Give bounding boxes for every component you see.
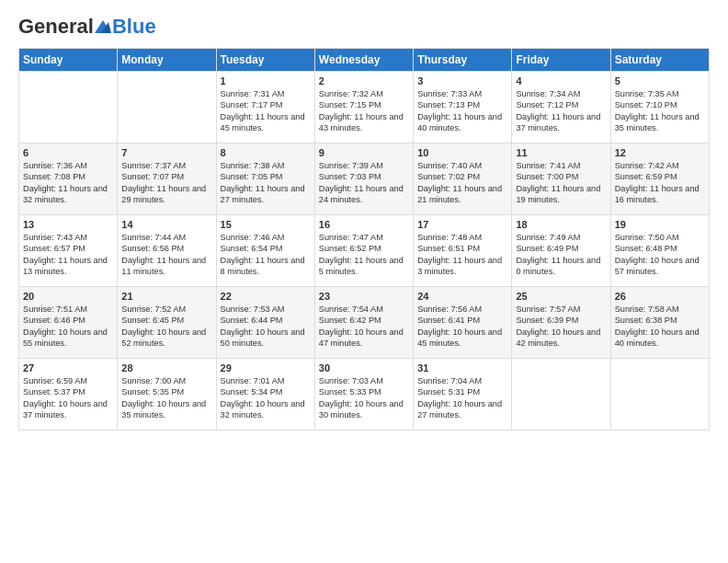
day-cell: 20Sunrise: 7:51 AMSunset: 6:46 PMDayligh… bbox=[19, 287, 118, 359]
day-info: Sunrise: 7:36 AMSunset: 7:08 PMDaylight:… bbox=[23, 160, 113, 206]
day-cell: 25Sunrise: 7:57 AMSunset: 6:39 PMDayligh… bbox=[512, 287, 610, 359]
day-number: 20 bbox=[23, 291, 113, 302]
day-cell bbox=[610, 359, 709, 431]
day-cell: 1Sunrise: 7:31 AMSunset: 7:17 PMDaylight… bbox=[216, 72, 314, 144]
day-cell bbox=[19, 72, 118, 144]
day-info: Sunrise: 7:04 AMSunset: 5:31 PMDaylight:… bbox=[417, 375, 507, 421]
day-info: Sunrise: 7:57 AMSunset: 6:39 PMDaylight:… bbox=[516, 304, 606, 350]
day-cell: 23Sunrise: 7:54 AMSunset: 6:42 PMDayligh… bbox=[314, 287, 413, 359]
day-info: Sunrise: 7:01 AMSunset: 5:34 PMDaylight:… bbox=[221, 375, 311, 421]
day-cell: 4Sunrise: 7:34 AMSunset: 7:12 PMDaylight… bbox=[512, 72, 610, 144]
day-cell: 6Sunrise: 7:36 AMSunset: 7:08 PMDaylight… bbox=[19, 144, 118, 215]
day-number: 29 bbox=[221, 362, 311, 373]
day-cell: 29Sunrise: 7:01 AMSunset: 5:34 PMDayligh… bbox=[216, 359, 314, 431]
day-cell: 19Sunrise: 7:50 AMSunset: 6:48 PMDayligh… bbox=[610, 215, 709, 287]
day-info: Sunrise: 7:56 AMSunset: 6:41 PMDaylight:… bbox=[417, 304, 507, 350]
day-info: Sunrise: 7:42 AMSunset: 6:59 PMDaylight:… bbox=[615, 160, 705, 206]
day-cell: 8Sunrise: 7:38 AMSunset: 7:05 PMDaylight… bbox=[216, 144, 314, 215]
day-cell: 21Sunrise: 7:52 AMSunset: 6:45 PMDayligh… bbox=[118, 287, 216, 359]
day-number: 15 bbox=[221, 219, 311, 230]
logo-blue: Blue bbox=[112, 15, 156, 39]
day-cell: 22Sunrise: 7:53 AMSunset: 6:44 PMDayligh… bbox=[216, 287, 314, 359]
day-number: 1 bbox=[221, 75, 311, 86]
day-info: Sunrise: 7:38 AMSunset: 7:05 PMDaylight:… bbox=[221, 160, 311, 206]
day-number: 26 bbox=[615, 291, 705, 302]
day-info: Sunrise: 7:00 AMSunset: 5:35 PMDaylight:… bbox=[121, 375, 211, 421]
week-row-3: 13Sunrise: 7:43 AMSunset: 6:57 PMDayligh… bbox=[19, 215, 710, 287]
day-number: 28 bbox=[121, 362, 211, 373]
header-day-friday: Friday bbox=[512, 49, 610, 72]
day-info: Sunrise: 7:31 AMSunset: 7:17 PMDaylight:… bbox=[221, 88, 311, 134]
day-number: 13 bbox=[23, 219, 113, 230]
day-info: Sunrise: 7:40 AMSunset: 7:02 PMDaylight:… bbox=[417, 160, 507, 206]
day-info: Sunrise: 7:52 AMSunset: 6:45 PMDaylight:… bbox=[121, 304, 211, 350]
day-number: 22 bbox=[221, 291, 311, 302]
calendar-table: SundayMondayTuesdayWednesdayThursdayFrid… bbox=[18, 48, 710, 431]
day-info: Sunrise: 7:47 AMSunset: 6:52 PMDaylight:… bbox=[319, 232, 409, 278]
day-number: 11 bbox=[516, 147, 606, 158]
day-number: 27 bbox=[23, 362, 113, 373]
day-number: 7 bbox=[121, 147, 211, 158]
week-row-1: 1Sunrise: 7:31 AMSunset: 7:17 PMDaylight… bbox=[19, 72, 710, 144]
day-number: 25 bbox=[516, 291, 606, 302]
logo: GeneralBlue bbox=[18, 15, 156, 39]
day-cell bbox=[118, 72, 216, 144]
day-info: Sunrise: 7:54 AMSunset: 6:42 PMDaylight:… bbox=[319, 304, 409, 350]
day-info: Sunrise: 7:37 AMSunset: 7:07 PMDaylight:… bbox=[121, 160, 211, 206]
calendar-page: GeneralBlue SundayMondayTuesdayWednesday… bbox=[0, 0, 728, 563]
day-info: Sunrise: 7:50 AMSunset: 6:48 PMDaylight:… bbox=[615, 232, 705, 278]
day-info: Sunrise: 7:58 AMSunset: 6:38 PMDaylight:… bbox=[615, 304, 705, 350]
day-number: 14 bbox=[121, 219, 211, 230]
day-cell: 30Sunrise: 7:03 AMSunset: 5:33 PMDayligh… bbox=[314, 359, 413, 431]
day-cell: 10Sunrise: 7:40 AMSunset: 7:02 PMDayligh… bbox=[414, 144, 512, 215]
day-info: Sunrise: 7:34 AMSunset: 7:12 PMDaylight:… bbox=[516, 88, 606, 134]
day-cell bbox=[512, 359, 610, 431]
day-number: 23 bbox=[319, 291, 409, 302]
day-number: 3 bbox=[417, 75, 507, 86]
day-cell: 14Sunrise: 7:44 AMSunset: 6:56 PMDayligh… bbox=[118, 215, 216, 287]
week-row-4: 20Sunrise: 7:51 AMSunset: 6:46 PMDayligh… bbox=[19, 287, 710, 359]
header-row: SundayMondayTuesdayWednesdayThursdayFrid… bbox=[19, 49, 710, 72]
day-info: Sunrise: 7:32 AMSunset: 7:15 PMDaylight:… bbox=[319, 88, 409, 134]
logo-icon bbox=[94, 17, 112, 36]
day-info: Sunrise: 6:59 AMSunset: 5:37 PMDaylight:… bbox=[23, 375, 113, 421]
day-info: Sunrise: 7:41 AMSunset: 7:00 PMDaylight:… bbox=[516, 160, 606, 206]
day-number: 2 bbox=[319, 75, 409, 86]
day-cell: 16Sunrise: 7:47 AMSunset: 6:52 PMDayligh… bbox=[314, 215, 413, 287]
day-info: Sunrise: 7:39 AMSunset: 7:03 PMDaylight:… bbox=[319, 160, 409, 206]
day-number: 18 bbox=[516, 219, 606, 230]
day-number: 8 bbox=[221, 147, 311, 158]
day-info: Sunrise: 7:33 AMSunset: 7:13 PMDaylight:… bbox=[417, 88, 507, 134]
day-number: 19 bbox=[615, 219, 705, 230]
day-info: Sunrise: 7:44 AMSunset: 6:56 PMDaylight:… bbox=[121, 232, 211, 278]
day-cell: 18Sunrise: 7:49 AMSunset: 6:49 PMDayligh… bbox=[512, 215, 610, 287]
day-number: 17 bbox=[417, 219, 507, 230]
day-number: 24 bbox=[417, 291, 507, 302]
day-cell: 26Sunrise: 7:58 AMSunset: 6:38 PMDayligh… bbox=[610, 287, 709, 359]
day-cell: 27Sunrise: 6:59 AMSunset: 5:37 PMDayligh… bbox=[19, 359, 118, 431]
header-day-monday: Monday bbox=[118, 49, 216, 72]
day-info: Sunrise: 7:43 AMSunset: 6:57 PMDaylight:… bbox=[23, 232, 113, 278]
day-cell: 9Sunrise: 7:39 AMSunset: 7:03 PMDaylight… bbox=[314, 144, 413, 215]
day-info: Sunrise: 7:35 AMSunset: 7:10 PMDaylight:… bbox=[615, 88, 705, 134]
day-number: 16 bbox=[319, 219, 409, 230]
day-number: 30 bbox=[319, 362, 409, 373]
day-number: 12 bbox=[615, 147, 705, 158]
day-number: 6 bbox=[23, 147, 113, 158]
day-info: Sunrise: 7:46 AMSunset: 6:54 PMDaylight:… bbox=[221, 232, 311, 278]
day-number: 31 bbox=[417, 362, 507, 373]
day-cell: 28Sunrise: 7:00 AMSunset: 5:35 PMDayligh… bbox=[118, 359, 216, 431]
day-number: 4 bbox=[516, 75, 606, 86]
header-day-tuesday: Tuesday bbox=[216, 49, 314, 72]
day-cell: 11Sunrise: 7:41 AMSunset: 7:00 PMDayligh… bbox=[512, 144, 610, 215]
day-info: Sunrise: 7:03 AMSunset: 5:33 PMDaylight:… bbox=[319, 375, 409, 421]
day-number: 5 bbox=[615, 75, 705, 86]
day-cell: 7Sunrise: 7:37 AMSunset: 7:07 PMDaylight… bbox=[118, 144, 216, 215]
header-day-sunday: Sunday bbox=[19, 49, 118, 72]
header-day-saturday: Saturday bbox=[610, 49, 709, 72]
day-cell: 5Sunrise: 7:35 AMSunset: 7:10 PMDaylight… bbox=[610, 72, 709, 144]
day-cell: 3Sunrise: 7:33 AMSunset: 7:13 PMDaylight… bbox=[414, 72, 512, 144]
day-cell: 13Sunrise: 7:43 AMSunset: 6:57 PMDayligh… bbox=[19, 215, 118, 287]
day-cell: 12Sunrise: 7:42 AMSunset: 6:59 PMDayligh… bbox=[610, 144, 709, 215]
day-cell: 2Sunrise: 7:32 AMSunset: 7:15 PMDaylight… bbox=[314, 72, 413, 144]
